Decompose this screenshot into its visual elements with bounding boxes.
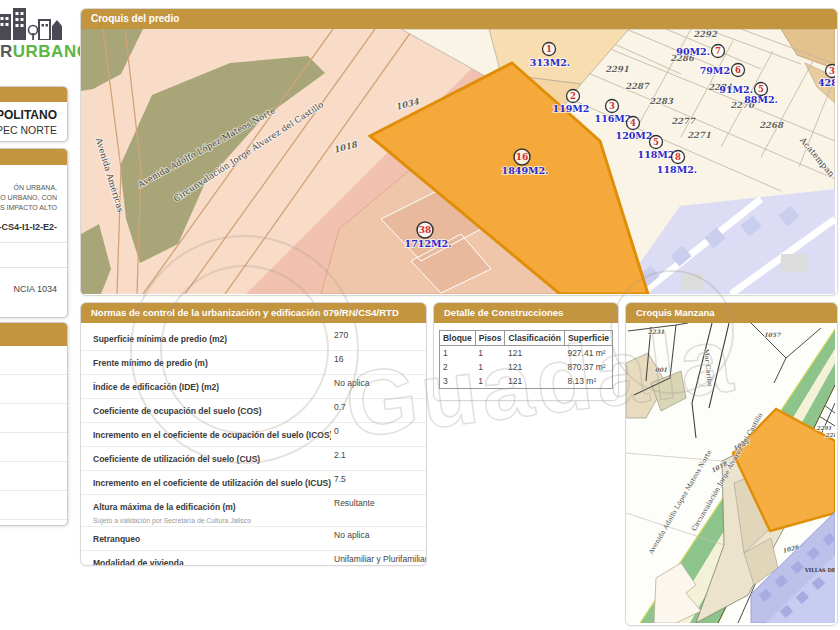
zonificacion-ref: NCIA 1034 bbox=[0, 284, 67, 294]
area-label: 428M bbox=[818, 77, 835, 88]
area-label: 118M2 bbox=[638, 149, 675, 160]
list-row bbox=[0, 346, 67, 375]
table-row: 21 121870.37 m² bbox=[439, 360, 612, 374]
marker-circle: 1 bbox=[543, 43, 556, 56]
area-label: 119M2 bbox=[553, 103, 590, 114]
svg-text:2283: 2283 bbox=[649, 96, 674, 106]
svg-text:6: 6 bbox=[735, 65, 741, 75]
norma-row: Modalidad de viviendaUnifamiliar y Pluri… bbox=[81, 551, 426, 566]
croquis-manzana-panel: Croquis Manzana bbox=[625, 302, 838, 626]
croquis-predio-title: Croquis del predio bbox=[81, 9, 837, 29]
zonificacion-text-line: ÓN URBANA, bbox=[0, 183, 57, 193]
marker-circle: 5 bbox=[755, 83, 768, 96]
col-header-clasificacion: Clasificación bbox=[505, 331, 564, 346]
marker-circle: 2 bbox=[567, 90, 580, 103]
detalle-title: Detalle de Construcciones bbox=[434, 303, 618, 323]
table-row: 31 1218.13 m² bbox=[439, 374, 612, 389]
svg-text:5: 5 bbox=[653, 137, 659, 147]
area-label: 120M2 bbox=[616, 130, 653, 141]
parcel-id: 2231 bbox=[648, 328, 665, 335]
logo-text-main: URBANO bbox=[13, 42, 91, 61]
card-zonificacion-header bbox=[0, 149, 67, 165]
normas-panel: Normas de control de la urbanización y e… bbox=[80, 302, 427, 566]
norma-row: Coeficiente de ocupación del suelo (COS)… bbox=[81, 399, 426, 423]
svg-text:38: 38 bbox=[419, 225, 432, 235]
parcel-id: 001 bbox=[655, 366, 668, 373]
svg-text:2291: 2291 bbox=[605, 64, 629, 74]
villas-label: VILLAS DEL bbox=[804, 567, 835, 573]
marker-circle: 4 bbox=[627, 117, 640, 130]
area-label: 118M2. bbox=[657, 164, 697, 175]
parcel-id: 2291 bbox=[816, 425, 831, 431]
zonificacion-text-line: VICIOS IMPACTO ALTO bbox=[0, 203, 57, 213]
croquis-predio-panel: Croquis del predio bbox=[80, 8, 838, 296]
marker-circle: 7 bbox=[712, 45, 725, 58]
list-row bbox=[0, 462, 67, 491]
svg-text:2287: 2287 bbox=[625, 81, 650, 91]
marker-circle: 8 bbox=[672, 151, 685, 164]
parcel-id: 228 bbox=[825, 432, 835, 438]
logo-text-prefix: R bbox=[0, 42, 13, 61]
col-header-superficie: Superficie bbox=[564, 331, 612, 346]
card-lista-header bbox=[0, 323, 67, 346]
table-row: 11 121927.41 m² bbox=[439, 346, 612, 361]
sidebar-card-zonificacion: ÓN URBANA, OLLO URBANO, CON VICIOS IMPAC… bbox=[0, 148, 68, 318]
marker-circle: 5 bbox=[650, 136, 663, 149]
area-label: 313M2. bbox=[530, 57, 570, 68]
zonificacion-text-line: OLLO URBANO, CON bbox=[0, 193, 57, 203]
list-row bbox=[0, 433, 67, 462]
sidebar: RURBANO POLITANO EPEC NORTE ÓN URBANA, O… bbox=[0, 0, 74, 630]
svg-text:5: 5 bbox=[758, 84, 764, 94]
normas-title: Normas de control de la urbanización y e… bbox=[81, 303, 426, 323]
svg-text:2271: 2271 bbox=[687, 130, 711, 140]
marker-circle: 3 bbox=[606, 100, 619, 113]
svg-text:2: 2 bbox=[570, 91, 576, 101]
norma-row: RetranqueoNo aplica bbox=[81, 527, 426, 551]
svg-text:3: 3 bbox=[829, 66, 835, 76]
svg-text:2277: 2277 bbox=[671, 116, 696, 126]
norma-row: Frente mínimo de predio (m)16 bbox=[81, 351, 426, 375]
croquis-manzana-title: Croquis Manzana bbox=[626, 303, 837, 323]
marker-circle: 38 bbox=[417, 222, 433, 238]
croquis-manzana-map[interactable]: 2231 001 1057 1034 1018 1026 2291 228 Ma… bbox=[626, 323, 835, 623]
card-municipio-header bbox=[0, 87, 67, 102]
city-skyline-icon bbox=[0, 6, 70, 40]
norma-row: Incremento en el coeficiente de utilizac… bbox=[81, 471, 426, 495]
area-label: 1712M2. bbox=[405, 238, 452, 249]
svg-text:8: 8 bbox=[675, 152, 681, 162]
area-label: 79M2 bbox=[700, 65, 730, 76]
svg-text:3: 3 bbox=[609, 101, 615, 111]
municipio-line2: EPEC NORTE bbox=[0, 124, 57, 136]
norma-note: Sujeto a validación por Secretaría de Cu… bbox=[93, 517, 414, 524]
col-header-pisos: Pisos bbox=[475, 331, 505, 346]
svg-text:7: 7 bbox=[715, 46, 721, 56]
norma-row: Índice de edificación (IDE) (m2)No aplic… bbox=[81, 375, 426, 399]
svg-text:16: 16 bbox=[516, 152, 529, 162]
svg-text:4: 4 bbox=[630, 118, 636, 128]
norma-row: Incremento en el coeficiente de ocupació… bbox=[81, 423, 426, 447]
marker-circle-main: 16 bbox=[514, 149, 530, 165]
norma-row: Coeficiente de utilización del suelo (CU… bbox=[81, 447, 426, 471]
construcciones-table: Bloque Pisos Clasificación Superficie 11… bbox=[439, 330, 613, 389]
list-row bbox=[0, 491, 67, 520]
marker-circle: 3 bbox=[826, 65, 836, 78]
area-label: 1849M2. bbox=[502, 165, 549, 176]
municipio-line1: POLITANO bbox=[0, 108, 57, 122]
parcel-id: 1057 bbox=[764, 331, 782, 338]
sidebar-card-lista bbox=[0, 322, 68, 526]
sidebar-card-municipio: POLITANO EPEC NORTE bbox=[0, 86, 68, 142]
list-row bbox=[0, 404, 67, 433]
col-header-bloque: Bloque bbox=[439, 331, 475, 346]
norma-row: Altura máxima de la edificación (m)Resul… bbox=[81, 495, 426, 527]
croquis-predio-map[interactable]: 2292 2291 2287 2283 2286 2284 2270 2277 … bbox=[81, 29, 835, 294]
marker-circle: 6 bbox=[732, 64, 745, 77]
area-label: 90M2. bbox=[676, 46, 710, 57]
svg-text:2292: 2292 bbox=[693, 29, 718, 39]
detalle-construcciones-panel: Detalle de Construcciones Bloque Pisos C… bbox=[433, 302, 619, 401]
norma-row: Superficie mínima de predio (m2)270 bbox=[81, 327, 426, 351]
svg-text:2268: 2268 bbox=[759, 120, 784, 130]
visor-urbano-logo: RURBANO bbox=[0, 6, 74, 58]
svg-text:1: 1 bbox=[546, 44, 552, 54]
list-row bbox=[0, 375, 67, 404]
zonificacion-code: 3-CS4-I1-I2-E2- bbox=[0, 222, 67, 232]
